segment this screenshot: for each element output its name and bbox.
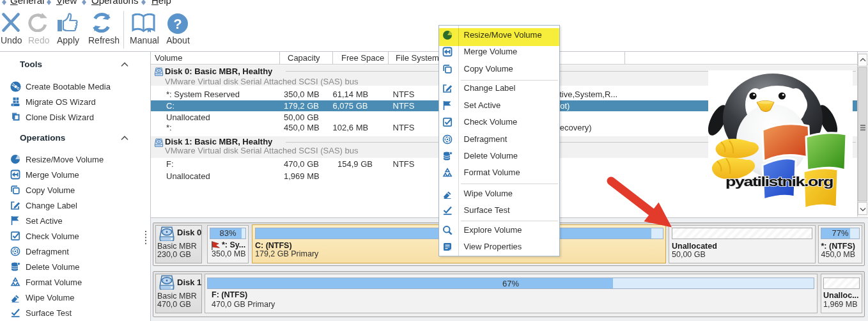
svg-text:pyatilistnik.org: pyatilistnik.org bbox=[725, 174, 833, 189]
svg-text:?: ? bbox=[173, 16, 182, 32]
